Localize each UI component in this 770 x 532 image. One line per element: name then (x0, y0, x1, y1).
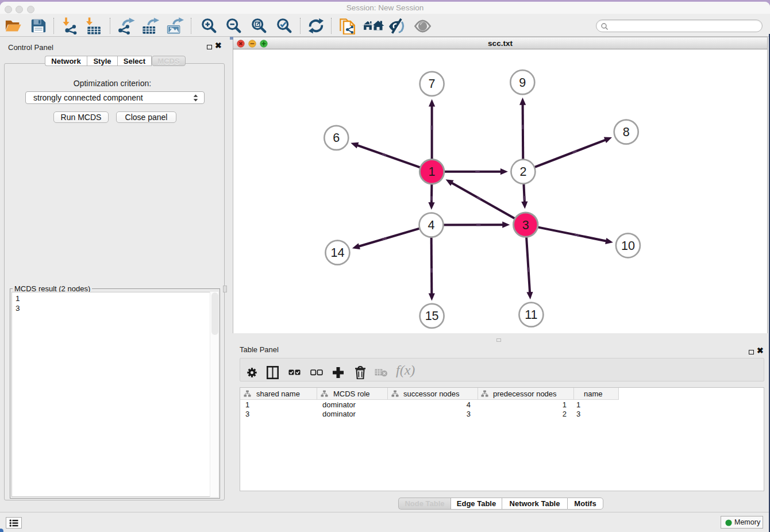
svg-text:9: 9 (519, 76, 526, 90)
svg-text:8: 8 (623, 125, 630, 139)
svg-text:3: 3 (522, 218, 529, 232)
svg-text:11: 11 (525, 308, 537, 322)
svg-text:2: 2 (519, 165, 526, 179)
svg-text:15: 15 (425, 309, 439, 323)
svg-text:4: 4 (428, 218, 435, 232)
svg-text:14: 14 (330, 246, 344, 260)
svg-text:6: 6 (333, 131, 340, 145)
svg-text:7: 7 (429, 77, 436, 91)
svg-text:1: 1 (429, 165, 436, 179)
svg-text:10: 10 (621, 239, 635, 253)
